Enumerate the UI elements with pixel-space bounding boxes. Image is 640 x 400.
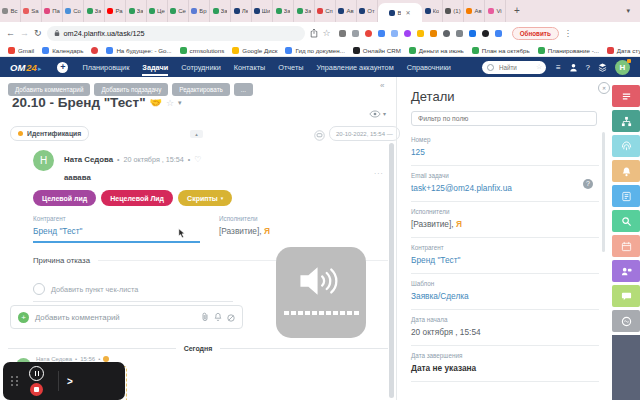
toolbar-button[interactable]: ... (234, 83, 253, 96)
checklist-add-row[interactable]: Добавить пункт чек-листа (33, 283, 233, 302)
search-input[interactable] (497, 63, 533, 72)
bookmark-item[interactable]: Gmail (8, 47, 34, 54)
browser-tab[interactable]: (1) (443, 0, 464, 22)
bookmark-item[interactable]: Деньги на июнь (409, 47, 464, 54)
search-star-icon[interactable]: ☆ (536, 63, 542, 71)
share-icon[interactable] (310, 28, 318, 38)
extension-icon[interactable] (456, 30, 463, 37)
chat-bubble-icon[interactable] (612, 285, 640, 307)
extension-icon[interactable] (339, 30, 346, 37)
like-heart-icon[interactable]: ♡ (194, 155, 201, 164)
bookmark-item[interactable]: Гид по докумен... (285, 47, 344, 54)
browser-tab[interactable]: Це (147, 0, 168, 22)
bookmark-item[interactable]: Онлайн CRM (353, 47, 401, 54)
counterparty-value[interactable]: Бренд "Тест" (33, 226, 219, 236)
title-chevron-down-icon[interactable]: ▾ (178, 99, 182, 107)
browser-tab[interactable]: Ав (336, 0, 357, 22)
bell-icon[interactable] (612, 160, 640, 182)
bookmark-item[interactable]: Google Диск (232, 47, 277, 54)
chat-contact-icon[interactable] (612, 260, 640, 282)
collapse-comments-button[interactable]: ▴ (190, 130, 203, 138)
task-tag[interactable]: Скрипты▾ (178, 190, 232, 206)
date-range-pill[interactable]: 20-10-2022, 15:54 — (329, 126, 400, 141)
nav-item[interactable]: Сотрудники (181, 57, 221, 78)
scrollbar[interactable] (389, 143, 394, 398)
task-tag[interactable]: Нецелевой Лид (101, 190, 173, 206)
report-icon[interactable] (612, 185, 640, 207)
comments-icon[interactable] (612, 85, 640, 107)
layers-icon[interactable] (598, 63, 607, 72)
quick-add-button[interactable]: + (57, 62, 68, 73)
extension-icon[interactable] (391, 30, 398, 37)
details-field-value[interactable]: Бренд "Тест" (411, 255, 599, 265)
screen-recorder-widget[interactable]: > (3, 362, 125, 400)
bookmark-item[interactable]: Календарь (42, 47, 83, 54)
nav-item[interactable]: Отчеты (278, 57, 303, 78)
extension-icon[interactable] (482, 30, 489, 37)
browser-tab[interactable]: Ра (105, 0, 126, 22)
nav-item[interactable]: Управление аккаунтом (317, 57, 394, 78)
extension-icon[interactable] (404, 30, 411, 37)
browser-tab[interactable]: Сп (315, 0, 336, 22)
bookmark-star-icon[interactable]: ☆ (323, 28, 331, 38)
browser-tab[interactable]: Sa (21, 0, 42, 22)
comment-author[interactable]: Ната Седова (64, 155, 113, 164)
bookmark-item[interactable]: На будущее: - Go... (106, 47, 171, 54)
browser-tab[interactable]: За (84, 0, 105, 22)
browser-tab[interactable]: Ши (252, 0, 273, 22)
status-badge[interactable]: Идентификация (10, 126, 89, 141)
nav-item[interactable]: Планировщик (82, 57, 129, 78)
extension-icon[interactable] (495, 30, 502, 37)
comments-count-icon[interactable] (314, 127, 325, 145)
expand-chevron-icon[interactable]: > (67, 376, 73, 387)
avatar[interactable]: Н (615, 60, 630, 75)
browser-tab[interactable]: Со (63, 0, 84, 22)
browser-tab[interactable]: Лк (231, 0, 252, 22)
browser-tab-active[interactable]: В✕ (378, 3, 422, 22)
bookmark-item[interactable]: План на октябрь (472, 47, 530, 54)
browser-tab[interactable]: За (273, 0, 294, 22)
user-icon[interactable] (569, 63, 578, 72)
bookmark-item[interactable]: Дата студио (607, 47, 640, 54)
app-logo[interactable]: OM 24 ▸ (10, 62, 41, 73)
add-comment-input[interactable]: + Добавить комментарий (10, 305, 243, 329)
extension-icon[interactable] (365, 30, 372, 37)
browser-menu-icon[interactable]: ⋮ (564, 29, 572, 38)
search-icon[interactable] (612, 210, 640, 232)
clock-icon[interactable] (612, 310, 640, 332)
calendar-icon[interactable] (612, 235, 640, 257)
details-field-value[interactable]: 125 (411, 147, 599, 157)
browser-tab[interactable]: Па (42, 0, 63, 22)
update-button[interactable]: Обновить (512, 27, 559, 40)
details-field-value[interactable]: Заявка/Сделка (411, 291, 599, 301)
browser-tab[interactable]: От (357, 0, 378, 22)
bookmark-item[interactable]: Планирование -... (538, 47, 599, 54)
counterparty-field[interactable]: Контрагент Бренд "Тест" (33, 215, 219, 243)
browser-tab[interactable]: За (210, 0, 231, 22)
browser-tab[interactable]: За (294, 0, 315, 22)
extension-icon[interactable] (417, 30, 424, 37)
watchers-control[interactable]: ▾ (369, 104, 386, 122)
bookmark-item[interactable]: crmsolutions (180, 47, 225, 54)
details-field-value[interactable]: task+125@om24.planfix.ua (411, 183, 599, 193)
extension-icon[interactable] (430, 30, 437, 37)
drag-handle-icon[interactable] (11, 376, 19, 386)
reload-icon[interactable]: ↻ (34, 28, 42, 38)
new-tab-button[interactable]: + (514, 0, 520, 22)
extension-icon[interactable] (378, 30, 385, 37)
help-icon[interactable]: ? (586, 63, 590, 72)
tab-search-chevron-icon[interactable]: ▾ (626, 0, 630, 22)
nav-item[interactable]: Задачи (142, 57, 168, 78)
stop-record-button[interactable] (30, 383, 43, 396)
assignees-field[interactable]: Исполнители [Развитие], Я (219, 215, 359, 243)
browser-tab[interactable]: Vi (485, 0, 506, 22)
browser-tab[interactable]: Ко (422, 0, 443, 22)
bell-icon[interactable] (214, 308, 222, 326)
extension-icon[interactable] (469, 30, 476, 37)
favorite-star-icon[interactable]: ☆ (166, 98, 174, 108)
checkbox-icon[interactable] (33, 283, 45, 295)
hamburger-menu-icon[interactable]: ≡ (556, 63, 561, 72)
pause-button[interactable] (29, 366, 44, 381)
browser-tab[interactable]: За (126, 0, 147, 22)
paperclip-icon[interactable] (201, 308, 209, 326)
